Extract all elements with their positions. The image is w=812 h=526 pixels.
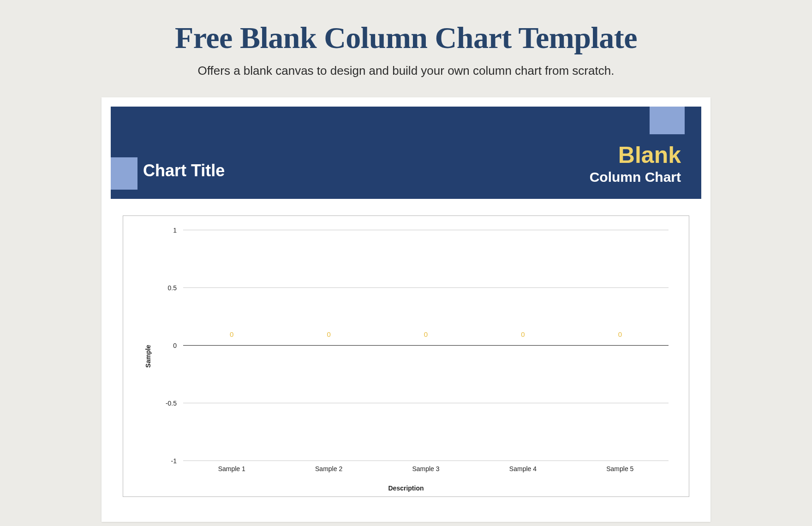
y-tick-label: 0.5 [168,284,183,292]
x-tick-label: Sample 2 [280,465,377,479]
gridline: 1 [183,230,669,230]
chart-container: Sample 1 0.5 0 -0.5 -1 0 0 0 0 0 [123,215,689,497]
data-label: 0 [572,330,669,338]
data-label: 0 [183,330,280,338]
data-label: 0 [474,330,571,338]
gridline-zero: 0 [183,345,669,346]
y-tick-label: 1 [173,227,183,234]
gridline: 0.5 [183,287,669,288]
x-labels-row: Sample 1 Sample 2 Sample 3 Sample 4 Samp… [183,465,669,479]
data-labels-row: 0 0 0 0 0 [183,330,669,338]
accent-shape-top-right [650,107,685,134]
template-document: Chart Title Blank Column Chart Sample 1 … [102,97,710,522]
data-label: 0 [377,330,474,338]
plot-area: 1 0.5 0 -0.5 -1 [183,230,669,460]
y-tick-label: 0 [173,342,183,349]
data-label: 0 [280,330,377,338]
x-tick-label: Sample 4 [474,465,571,479]
x-tick-label: Sample 1 [183,465,280,479]
x-axis-label: Description [123,484,689,492]
gridline: -1 [183,460,669,461]
page-title: Free Blank Column Chart Template [0,0,812,55]
template-type-name: Column Chart [590,169,681,185]
template-banner: Chart Title Blank Column Chart [111,107,701,199]
gridline: -0.5 [183,403,669,403]
x-tick-label: Sample 3 [377,465,474,479]
y-tick-label: -1 [171,457,183,465]
chart-title-label: Chart Title [137,161,225,186]
y-tick-label: -0.5 [166,400,183,407]
y-axis-label: Sample [144,345,152,368]
template-type-label: Blank Column Chart [590,143,681,186]
accent-shape-left [111,157,137,190]
x-tick-label: Sample 5 [572,465,669,479]
template-type-word: Blank [590,143,681,167]
page-subtitle: Offers a blank canvas to design and buil… [0,64,812,78]
